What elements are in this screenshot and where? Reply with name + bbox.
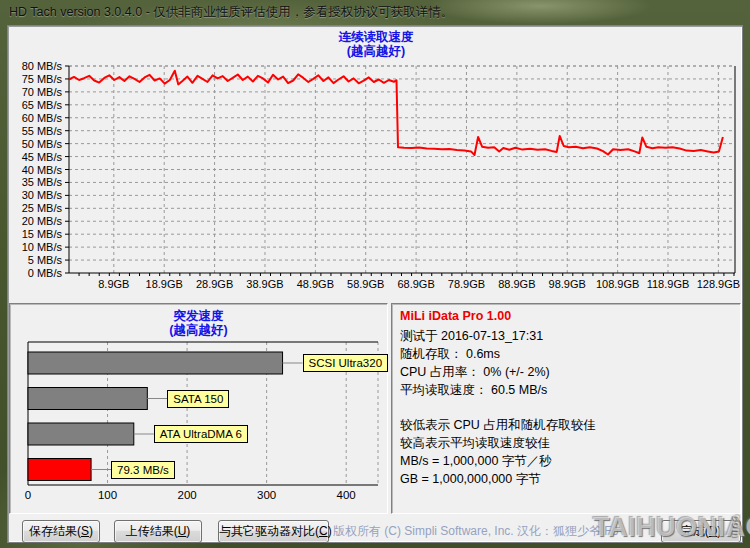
client-area: 连续读取速度 (越高越好) 80 MB/s75 MB/s70 MB/s65 MB… (7, 25, 743, 543)
x-tick-label: 68.9GB (397, 278, 434, 290)
y-tick-label: 10 MB/s (22, 241, 63, 253)
x-tick-label: 108.9GB (596, 278, 639, 290)
x-tick-label: 200 (177, 489, 196, 501)
x-tick-label: 8.9GB (98, 278, 129, 290)
x-tick-label: 400 (337, 489, 356, 501)
y-tick-label: 65 MB/s (22, 99, 63, 111)
burst-chart-subtitle: (越高越好) (10, 323, 387, 337)
y-tick-label: 20 MB/s (22, 215, 63, 227)
y-tick-label: 55 MB/s (22, 125, 63, 137)
copyright-text: 版权所有 (C) Simpli Software, Inc. 汉化：狐狸少爷 F… (333, 523, 618, 540)
x-tick-label: 78.9GB (448, 278, 485, 290)
y-tick-label: 25 MB/s (22, 202, 63, 214)
y-tick-label: 45 MB/s (22, 151, 63, 163)
burst-chart-header: 突发速度 (越高越好) (10, 309, 387, 337)
x-tick-label: 48.9GB (297, 278, 334, 290)
x-tick-label: 88.9GB (498, 278, 535, 290)
y-tick-label: 60 MB/s (22, 112, 63, 124)
hd-tach-window: { "window": { "title": "HD Tach version … (0, 0, 750, 548)
y-tick-label: 15 MB/s (22, 228, 63, 240)
x-tick-label: 18.9GB (146, 278, 183, 290)
bar-4 (28, 459, 91, 481)
bar-label: 79.3 MB/s (111, 461, 175, 479)
y-tick-label: 50 MB/s (22, 138, 63, 150)
y-tick-label: 40 MB/s (22, 164, 63, 176)
drive-stat-line: 平均读取速度： 60.5 MB/s (400, 381, 732, 399)
save-results-button[interactable]: 保存结果(S) (22, 520, 100, 543)
y-tick-label: 75 MB/s (22, 73, 63, 85)
drive-stats-list: 测试于 2016-07-13_17:31随机存取： 0.6msCPU 占用率： … (400, 327, 732, 399)
drive-name: MiLi iData Pro 1.00 (400, 309, 732, 323)
x-tick-label: 28.9GB (196, 278, 233, 290)
y-tick-label: 30 MB/s (22, 189, 63, 201)
x-tick-label: 0 (25, 489, 31, 501)
drive-stat-line: 随机存取： 0.6ms (400, 345, 732, 363)
y-tick-label: 0 MB/s (28, 267, 63, 279)
done-button[interactable]: 完成(D) (661, 520, 741, 543)
x-tick-label: 118.9GB (647, 278, 690, 290)
drive-info-panel: MiLi iData Pro 1.00 测试于 2016-07-13_17:31… (391, 303, 741, 514)
y-tick-label: 80 MB/s (22, 60, 63, 72)
x-tick-label: 100 (98, 489, 117, 501)
burst-speed-panel: 0100200300400 突发速度 (越高越好) SCSI Ultra320S… (9, 303, 388, 514)
drive-note-line: 较高表示平均读取速度较佳 (400, 434, 732, 452)
x-tick-label: 38.9GB (246, 278, 283, 290)
drive-notes-list: 较低表示 CPU 占用和随机存取较佳较高表示平均读取速度较佳MB/s = 1,0… (400, 416, 732, 488)
x-tick-label: 98.9GB (549, 278, 586, 290)
bar-label: SCSI Ultra320 (303, 354, 389, 372)
read-speed-line (69, 71, 723, 155)
bar-2 (28, 388, 147, 410)
bar-label: ATA UltraDMA 6 (154, 425, 248, 443)
bar-label: SATA 150 (167, 390, 229, 408)
x-tick-label: 300 (257, 489, 276, 501)
x-tick-label: 128.9GB (697, 278, 740, 290)
burst-chart-title: 突发速度 (10, 309, 387, 323)
title-bar[interactable]: HD Tach version 3.0.4.0 - 仅供非商业性质评估使用，参看… (0, 0, 750, 25)
bar-3 (28, 423, 134, 445)
window-title: HD Tach version 3.0.4.0 - 仅供非商业性质评估使用，参看… (9, 5, 453, 19)
y-tick-label: 5 MB/s (28, 254, 63, 266)
compare-drives-button[interactable]: 与其它驱动器对比(C) (218, 520, 329, 543)
drive-stat-line: CPU 占用率： 0% (+/- 2%) (400, 363, 732, 381)
x-tick-label: 58.9GB (347, 278, 384, 290)
drive-note-line: 较低表示 CPU 占用和随机存取较佳 (400, 416, 732, 434)
bar-1 (28, 352, 283, 374)
drive-note-line: MB/s = 1,000,000 字节／秒 (400, 452, 732, 470)
y-tick-label: 70 MB/s (22, 86, 63, 98)
drive-stat-line: 测试于 2016-07-13_17:31 (400, 327, 732, 345)
upload-results-button[interactable]: 上传结果(U) (114, 520, 202, 543)
read-speed-chart-svg: 80 MB/s75 MB/s70 MB/s65 MB/s60 MB/s55 MB… (8, 26, 744, 301)
y-tick-label: 35 MB/s (22, 176, 63, 188)
drive-note-line: GB = 1,000,000,000 字节 (400, 470, 732, 488)
